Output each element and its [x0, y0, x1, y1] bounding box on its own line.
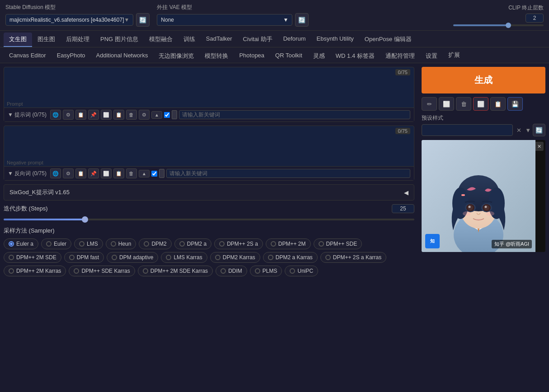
- clip-slider[interactable]: [453, 24, 544, 26]
- neg-keyword-input[interactable]: [166, 169, 410, 178]
- steps-slider-thumb[interactable]: [82, 216, 88, 223]
- vae-refresh-btn[interactable]: 🔄: [295, 13, 309, 27]
- tab-img2img[interactable]: 图生图: [32, 33, 61, 47]
- edit-btn[interactable]: ✏: [422, 97, 437, 111]
- sampler-dpm2akarras[interactable]: DPM2 a Karras: [263, 252, 318, 263]
- sampler-lms[interactable]: LMS: [74, 238, 103, 249]
- radio-dpm2s: [219, 241, 225, 247]
- tb-pin[interactable]: 📌: [88, 110, 99, 120]
- red-btn[interactable]: ⬜: [473, 97, 488, 111]
- trash-btn[interactable]: 🗑: [456, 97, 471, 111]
- radio-dpm2karras: [215, 255, 221, 260]
- save-btn[interactable]: 💾: [507, 97, 523, 111]
- sampler-plms[interactable]: PLMS: [250, 266, 282, 276]
- neg-tb-pin[interactable]: 📌: [88, 168, 99, 178]
- tab-image-browser[interactable]: 无边图像浏览: [153, 49, 199, 63]
- sampler-dpm2a[interactable]: DPM2 a: [174, 238, 211, 249]
- tb-trash[interactable]: 🗑: [126, 110, 137, 120]
- sampler-lmskarras[interactable]: LMS Karras: [161, 252, 207, 263]
- tab-model-convert[interactable]: 模型转换: [199, 49, 234, 63]
- model-dropdown-arrow: ▼: [124, 17, 129, 23]
- square-btn[interactable]: ⬜: [439, 97, 454, 111]
- image-close-btn[interactable]: ✕: [535, 142, 544, 151]
- steps-header: 迭代步数 (Steps) 25: [4, 204, 414, 213]
- tab-additional-networks[interactable]: Additional Networks: [91, 49, 154, 63]
- sampler-unipc[interactable]: UniPC: [285, 266, 318, 276]
- sampler-dpm2mkarras[interactable]: DPM++ 2M Karras: [4, 266, 66, 276]
- sampler-dpmsdekarras[interactable]: DPM++ SDE Karras: [69, 266, 135, 276]
- keyword-toggle[interactable]: [172, 110, 177, 119]
- tab-easyphoto[interactable]: EasyPhoto: [52, 49, 91, 63]
- steps-slider-container[interactable]: [4, 216, 414, 223]
- sampler-euler-a[interactable]: Euler a: [4, 238, 38, 249]
- neg-tb-box[interactable]: ⬜: [101, 168, 112, 178]
- radio-unipc: [290, 268, 295, 274]
- radio-euler: [46, 241, 52, 247]
- sampler-ddim[interactable]: DDIM: [216, 266, 247, 276]
- watermark: 知乎 @听雨AGI: [492, 240, 532, 248]
- negative-prompt-input[interactable]: [4, 126, 414, 158]
- tab-settings[interactable]: 设置: [420, 49, 443, 63]
- neg-keyword-checkbox[interactable]: [151, 171, 157, 177]
- tab-expand[interactable]: 扩展: [443, 49, 465, 63]
- sampler-heun[interactable]: Heun: [106, 238, 136, 249]
- tab-deforum[interactable]: Deforum: [278, 33, 311, 47]
- tab-sadtalker[interactable]: SadTalker: [201, 33, 238, 47]
- sampler-dpm2m[interactable]: DPM++ 2M: [266, 238, 311, 249]
- tab-qr-toolkit[interactable]: QR Toolkit: [270, 49, 308, 63]
- sampler-dpm2msde[interactable]: DPM++ 2M SDE: [4, 252, 61, 263]
- tab-merge[interactable]: 模型融合: [144, 33, 178, 47]
- neg-scroll-up-btn[interactable]: ▲: [139, 170, 150, 177]
- tab-civitai[interactable]: Civitai 助手: [238, 33, 278, 47]
- sampler-dpm2msdekarras[interactable]: DPM++ 2M SDE Karras: [138, 266, 213, 276]
- clip-value: 2: [526, 14, 544, 23]
- tabs-row-1: 文生图 图生图 后期处理 PNG 图片信息 模型融合 训练 SadTalker …: [0, 31, 549, 47]
- sampler-euler[interactable]: Euler: [41, 238, 71, 249]
- tb-globe[interactable]: 🌐: [50, 110, 61, 120]
- positive-prompt-input[interactable]: [4, 67, 414, 99]
- model-refresh-btn[interactable]: 🔄: [136, 13, 150, 27]
- tab-photopea[interactable]: Photopea: [234, 49, 270, 63]
- sampler-dpm2[interactable]: DPM2: [139, 238, 171, 249]
- tab-png-info[interactable]: PNG 图片信息: [95, 33, 144, 47]
- sampler-dpm2sakarras[interactable]: DPM++ 2S a Karras: [320, 252, 386, 263]
- neg-tb-copy[interactable]: 📋: [113, 168, 124, 178]
- tb-gear[interactable]: ⚙: [63, 110, 74, 120]
- preset-refresh-btn[interactable]: 🔄: [533, 124, 545, 136]
- sampler-dpmadaptive[interactable]: DPM adaptive: [107, 252, 158, 263]
- preset-dropdown-btn[interactable]: ▼: [525, 127, 531, 134]
- keyword-input[interactable]: [179, 110, 410, 119]
- tab-txt2img[interactable]: 文生图: [4, 33, 32, 47]
- sixgod-label: SixGod_K提示词 v1.65: [9, 188, 70, 196]
- model-select[interactable]: majicmixRealistic_v6.safetensors [e4a30e…: [5, 14, 133, 26]
- tb-copy[interactable]: 📋: [113, 110, 124, 120]
- vae-select[interactable]: None ▼: [157, 14, 292, 26]
- neg-tb-trash[interactable]: 🗑: [126, 168, 137, 178]
- tab-canvas-editor[interactable]: Canvas Editor: [4, 49, 52, 63]
- sampler-dpm2s[interactable]: DPM++ 2S a: [214, 238, 263, 249]
- preset-input[interactable]: [422, 124, 513, 136]
- keyword-checkbox[interactable]: [164, 112, 170, 118]
- tab-train[interactable]: 训练: [178, 33, 201, 47]
- copy-btn[interactable]: 📋: [490, 97, 506, 111]
- preset-clear-btn[interactable]: ✕: [515, 127, 523, 134]
- neg-keyword-toggle[interactable]: [159, 169, 164, 178]
- sampler-dpm2karras[interactable]: DPM2 Karras: [210, 252, 260, 263]
- sixgod-bar[interactable]: SixGod_K提示词 v1.65 ◀: [4, 184, 414, 201]
- neg-tb-globe[interactable]: 🌐: [50, 168, 61, 178]
- scroll-up-btn[interactable]: ▲: [151, 111, 162, 119]
- generate-button[interactable]: 生成: [422, 67, 545, 93]
- tb-config[interactable]: ⚙: [139, 110, 150, 120]
- sampler-dpmsde[interactable]: DPM++ SDE: [314, 238, 362, 249]
- neg-tb-paste[interactable]: 📋: [75, 168, 86, 178]
- tab-openpose[interactable]: OpenPose 编辑器: [359, 33, 417, 47]
- tab-wildcard[interactable]: 通配符管理: [380, 49, 420, 63]
- tab-wd-tagger[interactable]: WD 1.4 标签器: [330, 49, 380, 63]
- tb-box[interactable]: ⬜: [101, 110, 112, 120]
- tab-inspiration[interactable]: 灵感: [308, 49, 330, 63]
- tab-ebsynth[interactable]: Ebsynth Utility: [311, 33, 359, 47]
- sampler-dpmfast[interactable]: DPM fast: [64, 252, 104, 263]
- tb-paste[interactable]: 📋: [75, 110, 86, 120]
- neg-tb-gear[interactable]: ⚙: [63, 168, 74, 178]
- tab-postprocess[interactable]: 后期处理: [61, 33, 95, 47]
